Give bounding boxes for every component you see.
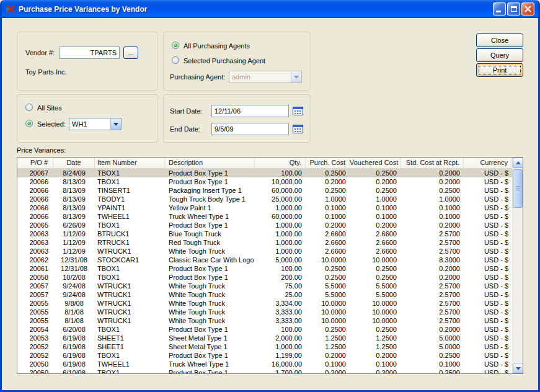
table-row[interactable]: 200546/20/08TBOX1Product Box Type 1100.0… xyxy=(17,325,512,334)
cell-purch-cost: 10.0000 xyxy=(306,308,350,316)
chevron-down-icon[interactable] xyxy=(110,118,121,130)
cell-std-cost-at-rcpt: 0.1000 xyxy=(401,212,464,221)
scroll-down-icon[interactable] xyxy=(513,363,523,373)
table-row[interactable]: 200526/19/08SHEET1Sheet Metal Type 11,00… xyxy=(17,342,512,351)
column-header-currency[interactable]: Currency xyxy=(464,158,512,169)
column-header-item-number[interactable]: Item Number xyxy=(95,158,165,169)
table-row[interactable]: 200668/13/09YPAINT1Yellow Paint 11,000.0… xyxy=(17,203,512,212)
start-date-input[interactable] xyxy=(211,105,289,117)
column-header-po[interactable]: P/O # xyxy=(17,158,53,169)
column-header-std-cost-at-rcpt[interactable]: Std. Cost at Rcpt. xyxy=(401,158,464,169)
query-button[interactable]: Query xyxy=(476,48,523,62)
maximize-icon[interactable] xyxy=(507,2,520,16)
selected-purchasing-agent-radio[interactable] xyxy=(172,56,179,64)
table-row[interactable]: 200668/13/09TINSERT1Packaging Insert Typ… xyxy=(17,186,512,195)
vendor-number-input[interactable] xyxy=(60,47,120,59)
cell-description: Red Tough Truck xyxy=(165,238,255,247)
cell-item-number: SHEET1 xyxy=(95,342,165,351)
scrollbar-thumb[interactable] xyxy=(513,169,523,208)
cell-po: 20055 xyxy=(17,308,53,316)
selected-site-label[interactable]: Selected: xyxy=(37,120,66,128)
column-header-date[interactable]: Date xyxy=(53,158,95,169)
cell-vouchered-cost: 10.0000 xyxy=(350,299,401,308)
cell-item-number: TBOX1 xyxy=(95,177,165,186)
table-row[interactable]: 200526/19/08TBOX1Product Box Type 11,199… xyxy=(17,351,512,360)
cell-item-number: TBOX1 xyxy=(95,264,165,273)
selected-purchasing-agent-label[interactable]: Selected Purchasing Agent xyxy=(184,57,265,65)
table-row[interactable]: 200558/1/08WTRUCK1White Tough Truck3,333… xyxy=(17,308,512,316)
cell-currency: USD - $ xyxy=(464,169,512,177)
cell-std-cost-at-rcpt: 2.5700 xyxy=(401,299,464,308)
table-row[interactable]: 2005810/2/08TBOX1Product Box Type 1200.0… xyxy=(17,273,512,282)
table-row[interactable]: 2006212/31/08STOCKCAR1Classic Race Car W… xyxy=(17,256,512,264)
table-row[interactable]: 2006112/31/08TBOX1Product Box Type 1100.… xyxy=(17,264,512,273)
cell-date: 1/12/09 xyxy=(53,238,95,247)
selected-site-radio[interactable] xyxy=(25,120,33,127)
cell-date: 9/8/08 xyxy=(53,299,95,308)
table-row[interactable]: 200506/19/08TWHEEL1Truck Wheel Type 116,… xyxy=(17,360,512,368)
cell-currency: USD - $ xyxy=(464,212,512,221)
cell-purch-cost: 1.2500 xyxy=(306,334,350,342)
titlebar[interactable]: Purchase Price Variances by Vendor xyxy=(2,0,538,18)
cell-item-number: TWHEEL1 xyxy=(95,212,165,221)
table-row[interactable]: 200668/13/09TWHEEL1Truck Wheel Type 160,… xyxy=(17,212,512,221)
cell-currency: USD - $ xyxy=(464,342,512,351)
minimize-icon[interactable] xyxy=(493,2,506,16)
table-row[interactable]: 200579/24/08WTRUCK1White Tough Truck75.0… xyxy=(17,282,512,290)
cell-purch-cost: 5.5000 xyxy=(306,290,350,299)
cell-std-cost-at-rcpt: 0.2000 xyxy=(401,325,464,334)
cell-vouchered-cost: 0.2500 xyxy=(350,264,401,273)
all-purchasing-agents-radio[interactable] xyxy=(172,42,179,49)
table-row[interactable]: 200668/13/09TBOX1Product Box Type 110,00… xyxy=(17,177,512,186)
close-button[interactable]: Close xyxy=(476,33,523,47)
column-header-description[interactable]: Description xyxy=(165,158,255,169)
cell-date: 12/31/08 xyxy=(53,256,95,264)
cell-description: Product Box Type 1 xyxy=(165,221,255,229)
table-row[interactable]: 200558/1/08WTRUCK1White Tough Truck3,333… xyxy=(17,316,512,325)
close-icon[interactable] xyxy=(521,2,534,16)
app-icon xyxy=(6,4,15,14)
cell-po: 20062 xyxy=(17,256,53,264)
cell-vouchered-cost: 1.2500 xyxy=(350,342,401,351)
site-combobox[interactable]: WH1 xyxy=(69,118,122,130)
all-sites-radio[interactable] xyxy=(25,104,33,111)
scroll-up-icon[interactable] xyxy=(513,158,523,168)
table-row[interactable]: 200506/10/08TBOX1Product Box Type 11,700… xyxy=(17,368,512,373)
column-header-qty[interactable]: Qty. xyxy=(255,158,306,169)
table-row[interactable]: 200631/12/09WTRUCK1White Tough Truck1,00… xyxy=(17,247,512,256)
cell-purch-cost: 0.2500 xyxy=(306,325,350,334)
cell-item-number: WTRUCK1 xyxy=(95,290,165,299)
cell-std-cost-at-rcpt: 0.2000 xyxy=(401,177,464,186)
table-row[interactable]: 200656/26/09TBOX1Product Box Type 11,000… xyxy=(17,221,512,229)
print-button[interactable]: Print xyxy=(476,63,523,77)
end-date-calendar-icon[interactable] xyxy=(291,123,304,136)
all-purchasing-agents-label[interactable]: All Purchasing Agents xyxy=(184,42,250,50)
cell-vouchered-cost: 0.2000 xyxy=(350,221,401,229)
column-header-purch-cost[interactable]: Purch. Cost xyxy=(306,158,350,169)
table-row[interactable]: 200631/12/09BTRUCK1Blue Tough Truck1,000… xyxy=(17,229,512,238)
table-row[interactable]: 200559/8/08WTRUCK1White Tough Truck3,334… xyxy=(17,299,512,308)
table-row[interactable]: 200579/24/08WTRUCK1White Tough Truck25.0… xyxy=(17,290,512,299)
cell-date: 1/12/09 xyxy=(53,229,95,238)
table-row[interactable]: 200678/24/09TBOX1Product Box Type 1100.0… xyxy=(17,169,512,177)
end-date-input[interactable] xyxy=(211,123,289,135)
cell-vouchered-cost: 0.2500 xyxy=(350,169,401,177)
start-date-calendar-icon[interactable] xyxy=(291,105,304,118)
vertical-scrollbar[interactable] xyxy=(512,158,523,373)
cell-currency: USD - $ xyxy=(464,229,512,238)
vendor-browse-button[interactable]: ... xyxy=(123,47,138,59)
cell-po: 20057 xyxy=(17,290,53,299)
cell-po: 20058 xyxy=(17,273,53,282)
table-row[interactable]: 200668/13/09TBODY1Tough Truck Body Type … xyxy=(17,195,512,203)
all-sites-label[interactable]: All Sites xyxy=(37,104,62,112)
table-row[interactable]: 200536/19/08SHEET1Sheet Metal Type 12,00… xyxy=(17,334,512,342)
cell-std-cost-at-rcpt: 0.1000 xyxy=(401,360,464,368)
site-value: WH1 xyxy=(69,118,110,130)
cell-description: White Tough Truck xyxy=(165,282,255,290)
cell-date: 1/12/09 xyxy=(53,247,95,256)
cell-vouchered-cost: 0.2500 xyxy=(350,325,401,334)
table-row[interactable]: 200631/12/09RTRUCK1Red Tough Truck1,000.… xyxy=(17,238,512,247)
column-header-vouchered-cost[interactable]: Vouchered Cost xyxy=(350,158,401,169)
cell-description: Product Box Type 1 xyxy=(165,273,255,282)
cell-po: 20055 xyxy=(17,299,53,308)
